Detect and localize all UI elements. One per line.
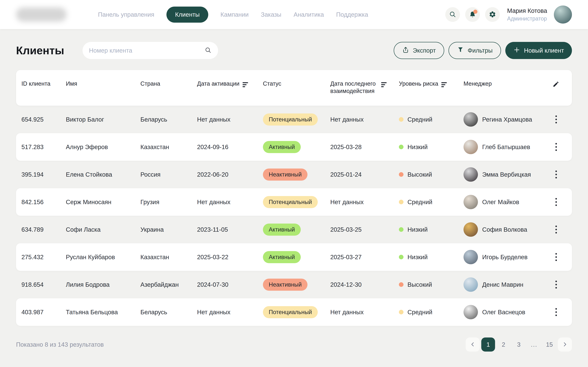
client-country: Украина: [140, 226, 197, 233]
risk-dot: [399, 172, 404, 177]
manager-avatar: [464, 112, 478, 127]
column-header: Имя: [66, 70, 140, 87]
page-ellipsis: ...: [527, 337, 541, 351]
nav-item-1[interactable]: Панель управления: [98, 11, 154, 18]
row-menu-button[interactable]: [552, 114, 560, 125]
column-header: Дата последнего взаимодействия: [330, 70, 399, 95]
sort-icon[interactable]: [441, 82, 447, 87]
nav-search-button[interactable]: [445, 7, 460, 22]
risk-label: Средний: [407, 116, 432, 123]
risk-label: Низкий: [407, 254, 428, 261]
table-row[interactable]: 634.789 Софи Ласка Украина 2023-11-05 Ак…: [16, 216, 572, 243]
export-label: Экспорт: [413, 47, 436, 54]
row-menu-button[interactable]: [552, 251, 560, 263]
client-country: Россия: [140, 171, 197, 178]
gear-icon: [489, 11, 496, 18]
row-menu-button[interactable]: [552, 196, 560, 208]
manager-name: Эмма Вербицкая: [482, 171, 531, 178]
client-country: Беларусь: [140, 309, 197, 316]
column-header: Статус: [263, 70, 330, 87]
client-name: Алнур Эферов: [66, 144, 140, 150]
client-country: Казахстан: [140, 144, 197, 150]
table-row[interactable]: 918.654 Лилия Бодрова Азербайджан 2024-0…: [16, 271, 572, 298]
nav-item-5[interactable]: Аналитика: [294, 11, 324, 18]
client-search-input[interactable]: [89, 47, 205, 54]
nav-item-4[interactable]: Заказы: [261, 11, 281, 18]
sort-icon[interactable]: [242, 82, 248, 87]
client-search: [83, 42, 218, 59]
risk-label: Высокий: [407, 171, 432, 178]
table-row[interactable]: 842.156 Серж Миносаян Грузия Нет данных …: [16, 188, 572, 216]
table-row[interactable]: 395.194 Елена Стойкова Россия 2022-06-20…: [16, 161, 572, 188]
manager-name: Олег Васнецов: [482, 309, 525, 316]
nav-links: Панель управленияКлиентыКампанииЗаказыАн…: [98, 7, 368, 23]
status-badge: Активный: [263, 224, 301, 236]
pagination: 123...15: [466, 337, 572, 351]
user-avatar[interactable]: [554, 6, 572, 24]
row-menu-button[interactable]: [552, 224, 560, 235]
page-button[interactable]: 2: [497, 337, 510, 351]
row-menu-button[interactable]: [552, 306, 560, 318]
row-menu-button[interactable]: [552, 169, 560, 180]
client-country: Грузия: [140, 199, 197, 206]
main-content: Клиенты Экспорт Фильтры: [0, 42, 588, 351]
search-icon: [449, 11, 456, 18]
table-row[interactable]: 403.987 Татьяна Бельцова Беларусь Нет да…: [16, 298, 572, 326]
manager-avatar: [464, 167, 478, 182]
client-id: 842.156: [21, 199, 66, 206]
results-summary: Показано 8 из 143 результатов: [16, 341, 104, 348]
last-interaction-date: Нет данных: [330, 199, 399, 206]
nav-item-3[interactable]: Кампании: [221, 11, 249, 18]
prev-page-button[interactable]: [466, 337, 480, 351]
row-menu-button[interactable]: [552, 279, 560, 290]
page-button[interactable]: 3: [512, 337, 526, 351]
search-icon: [205, 47, 212, 54]
nav-item-6[interactable]: Поддержка: [336, 11, 368, 18]
activation-date: Нет данных: [197, 199, 263, 206]
last-interaction-date: 2025-03-27: [330, 254, 399, 261]
export-button[interactable]: Экспорт: [394, 42, 444, 59]
page-button-current[interactable]: 1: [481, 337, 495, 351]
column-header-label: Имя: [66, 80, 77, 87]
table-row[interactable]: 275.432 Руслан Куйбаров Казахстан 2025-0…: [16, 243, 572, 271]
manager-name: Денис Маврин: [482, 281, 523, 288]
edit-columns-icon[interactable]: [552, 80, 559, 90]
client-name: Виктор Балог: [66, 116, 140, 123]
column-header: Страна: [140, 70, 197, 87]
manager-name: Глеб Батыршаев: [482, 144, 530, 150]
new-client-button[interactable]: Новый клиент: [505, 42, 572, 59]
activation-date: 2023-11-05: [197, 226, 263, 233]
table-footer: Показано 8 из 143 результатов 123...15: [16, 337, 572, 351]
user-info: Мария Котова Администратор: [507, 7, 547, 22]
risk-dot: [399, 227, 404, 232]
client-name: Софи Ласка: [66, 226, 140, 233]
filters-button[interactable]: Фильтры: [449, 42, 501, 59]
last-interaction-date: 2025-03-28: [330, 144, 399, 150]
user-role: Администратор: [507, 16, 547, 22]
column-header-label: ID клиента: [21, 80, 50, 87]
last-interaction-date: 2025-03-25: [330, 226, 399, 233]
next-page-button[interactable]: [558, 337, 572, 351]
client-id: 517.283: [21, 144, 66, 150]
activation-date: 2022-06-20: [197, 171, 263, 178]
status-badge: Потенциальный: [263, 306, 318, 318]
nav-notifications-button[interactable]: [465, 7, 480, 22]
nav-item-2[interactable]: Клиенты: [166, 7, 208, 23]
nav-settings-button[interactable]: [485, 7, 500, 22]
clients-table: ID клиента Имя Страна Дата активации Ста…: [16, 70, 572, 326]
page-button[interactable]: 15: [543, 337, 556, 351]
client-id: 403.987: [21, 309, 66, 316]
status-badge: Потенциальный: [263, 113, 318, 125]
export-icon: [402, 46, 409, 55]
table-row[interactable]: 517.283 Алнур Эферов Казахстан 2024-09-1…: [16, 133, 572, 161]
manager-name: Регина Храмцова: [482, 116, 532, 123]
navbar-right: Мария Котова Администратор: [445, 6, 572, 24]
activation-date: 2024-09-16: [197, 144, 263, 150]
activation-date: Нет данных: [197, 309, 263, 316]
client-name: Серж Миносаян: [66, 199, 140, 206]
table-row[interactable]: 654.925 Виктор Балог Беларусь Нет данных…: [16, 106, 572, 133]
sort-icon[interactable]: [381, 82, 387, 87]
row-menu-button[interactable]: [552, 141, 560, 153]
client-id: 918.654: [21, 281, 66, 288]
manager-avatar: [464, 277, 478, 292]
